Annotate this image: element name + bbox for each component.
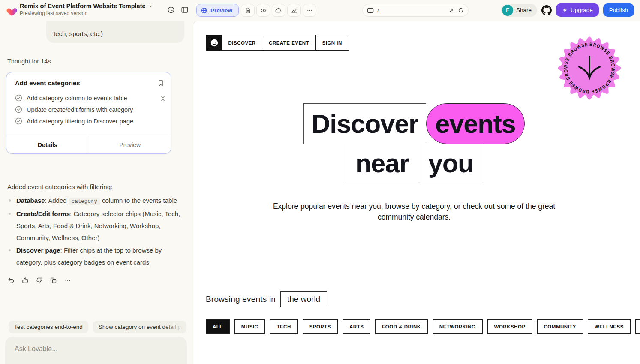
thumbs-up-icon[interactable]: [22, 277, 29, 284]
hero-word-you: you: [419, 144, 483, 183]
device-icon: [367, 8, 374, 13]
bullet-database: Database: Added category column to the e…: [7, 195, 187, 208]
response-bullet-list: Database: Added category column to the e…: [7, 195, 187, 269]
category-chip-food-drink[interactable]: FOOD & DRINK: [375, 319, 427, 334]
category-chip-all[interactable]: ALL: [206, 319, 230, 334]
details-button[interactable]: Details: [6, 136, 89, 153]
topbar-right-cluster: F Share Upgrade Publish: [501, 3, 634, 17]
task-item-label: Update create/edit forms with category: [27, 106, 133, 113]
suggestion-chip[interactable]: Show category on event detail pa: [93, 321, 186, 333]
hero-subtitle: Explore popular events near you, browse …: [264, 201, 564, 223]
category-chip-music[interactable]: MUSIC: [234, 319, 265, 334]
more-options-icon[interactable]: [303, 4, 316, 17]
check-circle-icon: [15, 117, 22, 125]
suggestion-chip[interactable]: Test categories end-to-end: [9, 321, 88, 333]
project-info: Remix of Event Platform Website Template…: [20, 3, 153, 16]
share-button[interactable]: F Share: [501, 4, 537, 17]
card-preview-button[interactable]: Preview: [89, 136, 171, 153]
nav-create-event[interactable]: CREATE EVENT: [262, 35, 316, 51]
analytics-icon[interactable]: [287, 4, 301, 17]
task-item: Add category column to events table: [15, 94, 155, 102]
file-icon[interactable]: [241, 4, 255, 17]
response-intro: Added event categories with filtering:: [7, 183, 112, 190]
upgrade-button[interactable]: Upgrade: [556, 3, 599, 17]
category-chip-other[interactable]: OTHER: [635, 319, 640, 334]
bullet-discover: Discover page: Filter chips at the top t…: [7, 244, 187, 268]
cloud-icon[interactable]: [272, 4, 285, 17]
chat-input[interactable]: [15, 345, 177, 353]
bullet-label: Create/Edit forms: [16, 210, 70, 217]
globe-icon: [201, 7, 207, 14]
task-item-label: Add category filtering to Discover page: [27, 118, 133, 125]
bullet-forms: Create/Edit forms: Category selector chi…: [7, 208, 187, 244]
category-filter-chips: ALL MUSIC TECH SPORTS ARTS FOOD & DRINK …: [206, 319, 640, 334]
code-icon[interactable]: [256, 4, 270, 17]
project-title[interactable]: Remix of Event Platform Website Template: [20, 3, 146, 9]
category-chip-networking[interactable]: NETWORKING: [433, 319, 483, 334]
browse-badge[interactable]: BROWSE BROWSE BROWSE BROWSE BROWSE BROWS…: [557, 36, 622, 100]
site-preview: DISCOVER CREATE EVENT SIGN IN BROWSE BRO…: [193, 21, 640, 364]
preview-button-label: Preview: [210, 7, 232, 14]
chat-panel: tech, sports, etc.) Thought for 14s Add …: [0, 21, 193, 364]
chevron-down-icon[interactable]: [148, 3, 153, 9]
hero-word-discover: Discover: [303, 103, 426, 144]
task-item: Update create/edit forms with category: [15, 106, 155, 113]
thought-duration[interactable]: Thought for 14s: [7, 58, 51, 65]
avatar[interactable]: F: [502, 5, 513, 16]
hero-headline: Discover events near you: [193, 103, 635, 183]
check-circle-icon: [15, 106, 22, 113]
undo-icon[interactable]: [8, 277, 15, 284]
task-card-title: Add event categories: [15, 79, 80, 87]
category-chip-tech[interactable]: TECH: [270, 319, 297, 334]
check-circle-icon: [15, 94, 22, 102]
category-chip-arts[interactable]: ARTS: [343, 319, 370, 334]
publish-button[interactable]: Publish: [603, 3, 634, 17]
browsing-label: Browsing events in: [206, 295, 276, 304]
user-message-bubble: tech, sports, etc.): [46, 21, 184, 43]
preview-mode-button[interactable]: Preview: [196, 4, 239, 17]
share-label: Share: [516, 7, 532, 13]
history-icon[interactable]: [167, 6, 175, 14]
location-select[interactable]: the world: [280, 291, 327, 307]
hero-word-near: near: [346, 144, 419, 183]
sidebar-toggle-icon[interactable]: [181, 6, 189, 14]
top-bar: Remix of Event Platform Website Template…: [0, 0, 640, 21]
toolbar-icon-group: [241, 4, 316, 17]
browsing-row: Browsing events in the world: [206, 291, 327, 307]
nav-sign-in[interactable]: SIGN IN: [315, 35, 349, 51]
site-logo-icon[interactable]: [206, 35, 222, 51]
site-navbar: DISCOVER CREATE EVENT SIGN IN: [206, 35, 349, 51]
task-card: Add event categories Add category column…: [6, 72, 171, 154]
chat-input-container[interactable]: Visual edits: [5, 337, 187, 364]
thumbs-down-icon[interactable]: [36, 277, 43, 284]
bolt-icon: [562, 7, 568, 13]
bullet-label: Discover page: [16, 247, 60, 254]
category-chip-wellness[interactable]: WELLNESS: [588, 319, 631, 334]
user-message-text: tech, sports, etc.): [54, 30, 103, 37]
url-path[interactable]: /: [377, 7, 445, 14]
publish-label: Publish: [609, 7, 628, 13]
hero-word-events: events: [426, 103, 525, 144]
github-icon[interactable]: [541, 5, 552, 15]
upgrade-label: Upgrade: [571, 7, 593, 13]
task-item: Add category filtering to Discover page: [15, 117, 155, 125]
category-chip-community[interactable]: COMMUNITY: [537, 319, 583, 334]
lovable-logo-icon[interactable]: [6, 4, 18, 16]
task-item-label: Add category column to events table: [27, 95, 127, 102]
collapse-icon[interactable]: [160, 95, 166, 102]
nav-discover[interactable]: DISCOVER: [222, 35, 263, 51]
copy-icon[interactable]: [50, 277, 57, 284]
message-more-icon[interactable]: [64, 277, 71, 284]
category-chip-workshop[interactable]: WORKSHOP: [487, 319, 532, 334]
message-actions: [8, 277, 71, 284]
inline-code: category: [69, 198, 100, 205]
project-subtitle: Previewing last saved version: [20, 10, 153, 16]
category-chip-sports[interactable]: SPORTS: [303, 319, 338, 334]
open-external-icon[interactable]: [448, 7, 454, 13]
bullet-label: Database: [16, 197, 45, 204]
bookmark-icon[interactable]: [157, 80, 164, 87]
refresh-icon[interactable]: [458, 7, 464, 13]
suggestion-chips: Test categories end-to-end Show category…: [9, 321, 189, 333]
url-bar[interactable]: /: [362, 4, 469, 17]
